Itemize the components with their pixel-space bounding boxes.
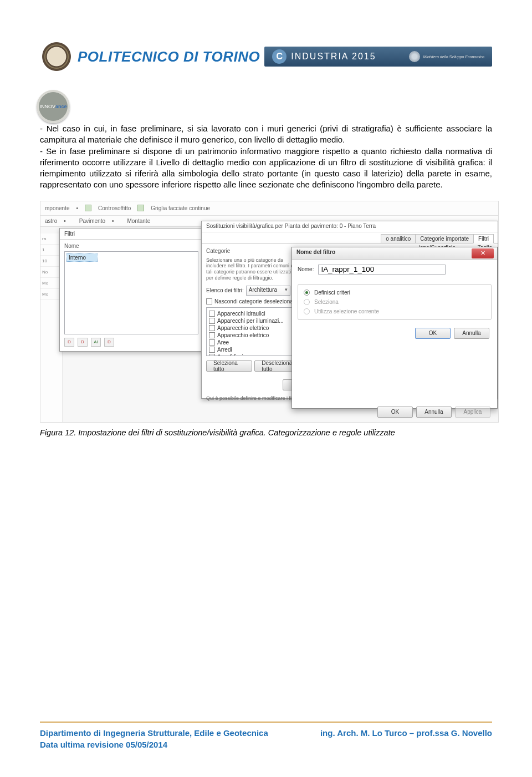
ok-button[interactable]: OK bbox=[415, 328, 451, 339]
tab-categorie-importate[interactable]: Categorie importate bbox=[415, 234, 474, 243]
radio-utilizza: Utilizza selezione corrente bbox=[304, 307, 485, 316]
filter-item-interno[interactable]: Interno bbox=[66, 253, 98, 262]
filter-tool-icon[interactable]: D bbox=[104, 338, 114, 347]
page-title: POLITECNICO DI TORINO bbox=[78, 48, 260, 65]
list-item[interactable]: Arredi bbox=[209, 346, 292, 353]
list-item[interactable]: Arredi fissi bbox=[209, 353, 292, 356]
filters-panel-title: Filtri bbox=[60, 228, 203, 240]
nascondi-checkbox[interactable]: Nascondi categorie deselezionate bbox=[206, 298, 306, 305]
list-item[interactable]: Apparecchi per illuminazi... bbox=[209, 317, 292, 324]
component-icon bbox=[137, 205, 144, 211]
filters-panel: Filtri Nome Interno D D AI D bbox=[59, 228, 203, 352]
close-icon[interactable]: ✕ bbox=[472, 248, 494, 258]
list-item[interactable]: Apparecchio elettrico bbox=[209, 332, 292, 339]
radio-definisci[interactable]: Definisci criteri bbox=[304, 288, 485, 297]
emblem-icon bbox=[409, 51, 420, 62]
categories-list[interactable]: Apparecchi idraulici Apparecchi per illu… bbox=[206, 307, 295, 356]
politecnico-logo-icon bbox=[40, 40, 73, 73]
filter-tool-icon[interactable]: D bbox=[78, 338, 88, 347]
cancel-button[interactable]: Annulla bbox=[454, 328, 489, 339]
elenco-filtri-select[interactable]: Architettura bbox=[246, 286, 290, 296]
filters-list[interactable]: Interno bbox=[64, 251, 198, 334]
apply-button: Applica bbox=[455, 407, 490, 418]
footer-authors: ing. Arch. M. Lo Turco – prof.ssa G. Nov… bbox=[320, 728, 492, 738]
ok-button[interactable]: OK bbox=[377, 407, 413, 418]
filter-name-input[interactable] bbox=[318, 265, 446, 275]
list-item[interactable]: Aree bbox=[209, 339, 292, 346]
banner-text: INDUSTRIA 2015 bbox=[291, 52, 376, 62]
filter-name-title: Nome del filtro bbox=[292, 247, 497, 260]
component-icon bbox=[85, 205, 91, 211]
bottom-button-bar: OK Annulla Applica bbox=[377, 407, 490, 418]
filters-col-header: Nome bbox=[64, 243, 198, 249]
col-label-categorie: Categorie bbox=[206, 248, 306, 254]
banner-c-icon: C bbox=[272, 49, 287, 64]
page-header: POLITECNICO DI TORINO C INDUSTRIA 2015 M… bbox=[40, 40, 492, 73]
visibility-override-dialog: Sostituzioni visibilità/grafica per Pian… bbox=[201, 221, 498, 399]
figure-caption: Figura 12. Impostazione dei filtri di so… bbox=[40, 428, 492, 437]
tab-filtri[interactable]: Filtri bbox=[473, 234, 494, 243]
filter-tool-icon[interactable]: D bbox=[64, 338, 74, 347]
page-footer: Dipartimento di Ingegneria Strutturale, … bbox=[40, 722, 492, 749]
ribbon-row-1: mponente• Controsoffitto Griglia facciat… bbox=[40, 201, 498, 216]
ministry-emblem: Ministero dello Sviluppo Economico bbox=[409, 51, 485, 62]
filter-tool-icon[interactable]: AI bbox=[91, 338, 101, 347]
tab-analitico[interactable]: o analitico bbox=[381, 234, 416, 243]
radio-seleziona: Seleziona bbox=[304, 297, 485, 307]
embedded-screenshot: mponente• Controsoffitto Griglia facciat… bbox=[40, 201, 499, 423]
categorie-hint: Selezionare una o più categorie da inclu… bbox=[206, 257, 298, 281]
dialog-title: Sostituzioni visibilità/grafica per Pian… bbox=[202, 221, 498, 232]
body-paragraph: - Nel caso in cui, in fase preliminare, … bbox=[40, 123, 492, 191]
filter-name-dialog: Nome del filtro ✕ Nome: Definisci criter… bbox=[291, 247, 498, 409]
list-item[interactable]: Apparecchio elettrico bbox=[209, 324, 292, 332]
industria-banner: C INDUSTRIA 2015 Ministero dello Svilupp… bbox=[264, 47, 492, 67]
dialog-tabs: o analitico Categorie importate Filtri bbox=[202, 232, 498, 243]
footer-revision-date: Data ultima revisione 05/05/2014 bbox=[40, 740, 492, 749]
select-all-button[interactable]: Seleziona tutto bbox=[206, 360, 252, 372]
nome-label: Nome: bbox=[298, 266, 314, 272]
elenco-label: Elenco dei filtri: bbox=[206, 287, 244, 293]
footer-department: Dipartimento di Ingegneria Strutturale, … bbox=[40, 728, 268, 738]
cancel-button[interactable]: Annulla bbox=[416, 407, 452, 418]
list-item[interactable]: Apparecchi idraulici bbox=[209, 310, 292, 317]
innovance-badge-icon: INNOVance bbox=[37, 90, 70, 123]
